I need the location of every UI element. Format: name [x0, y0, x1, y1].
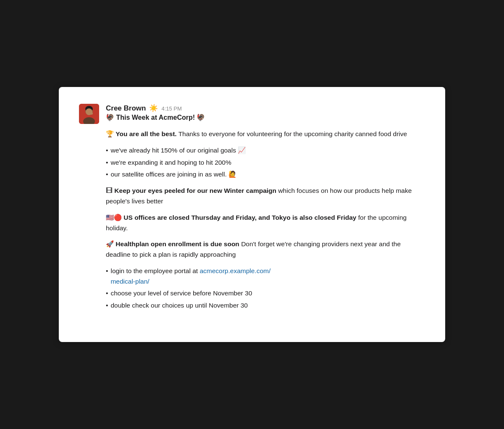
header-meta: Cree Brown ☀️ 4:15 PM 🦃 This Week at Acm…: [106, 104, 205, 121]
username: Cree Brown: [106, 104, 146, 113]
message-card: Cree Brown ☀️ 4:15 PM 🦃 This Week at Acm…: [59, 87, 445, 342]
list-item: • double check our choices up until Nove…: [106, 300, 425, 311]
bullet-text: our satellite offices are joining in as …: [110, 169, 236, 180]
portal-link[interactable]: acmecorp.example.com/medical-plan/: [110, 267, 270, 285]
bullet-text: double check our choices up until Novemb…: [110, 300, 248, 311]
status-emoji: ☀️: [149, 104, 158, 113]
list-item: • choose your level of service before No…: [106, 288, 425, 299]
bullet-text: we've already hit 150% of our original g…: [110, 145, 246, 156]
header-top: Cree Brown ☀️ 4:15 PM: [106, 104, 205, 113]
timestamp: 4:15 PM: [161, 105, 181, 112]
winter-paragraph: 🎞 Keep your eyes peeled for our new Wint…: [106, 186, 425, 207]
bullet-text: login to the employee portal at acmecorp…: [110, 266, 270, 287]
channel-header: 🦃 This Week at AcmeCorp! 🦃: [106, 113, 205, 121]
offices-bold: US offices are closed Thursday and Frida…: [123, 214, 356, 221]
message-header: Cree Brown ☀️ 4:15 PM 🦃 This Week at Acm…: [79, 104, 425, 124]
bullet-text: we're expanding it and hoping to hit 200…: [110, 158, 231, 168]
health-paragraph: 🚀 Healthplan open enrollment is due soon…: [106, 239, 425, 260]
charity-bullets: • we've already hit 150% of our original…: [106, 145, 425, 180]
winter-bold: Keep your eyes peeled for our new Winter…: [114, 187, 276, 194]
list-item: • we've already hit 150% of our original…: [106, 145, 425, 156]
list-item: • we're expanding it and hoping to hit 2…: [106, 158, 425, 168]
message-body: 🏆 You are all the best. Thanks to everyo…: [106, 129, 425, 311]
list-item: • login to the employee portal at acmeco…: [106, 266, 425, 287]
health-bullets: • login to the employee portal at acmeco…: [106, 266, 425, 311]
charity-paragraph: 🏆 You are all the best. Thanks to everyo…: [106, 129, 425, 139]
offices-paragraph: 🇺🇸🔴 US offices are closed Thursday and F…: [106, 213, 425, 234]
charity-bold: You are all the best.: [116, 130, 176, 137]
bullet-text: choose your level of service before Nove…: [110, 288, 252, 299]
health-bold: Healthplan open enrollment is due soon: [116, 240, 239, 247]
svg-point-5: [90, 112, 93, 115]
avatar: [79, 104, 99, 124]
list-item: • our satellite offices are joining in a…: [106, 169, 425, 180]
